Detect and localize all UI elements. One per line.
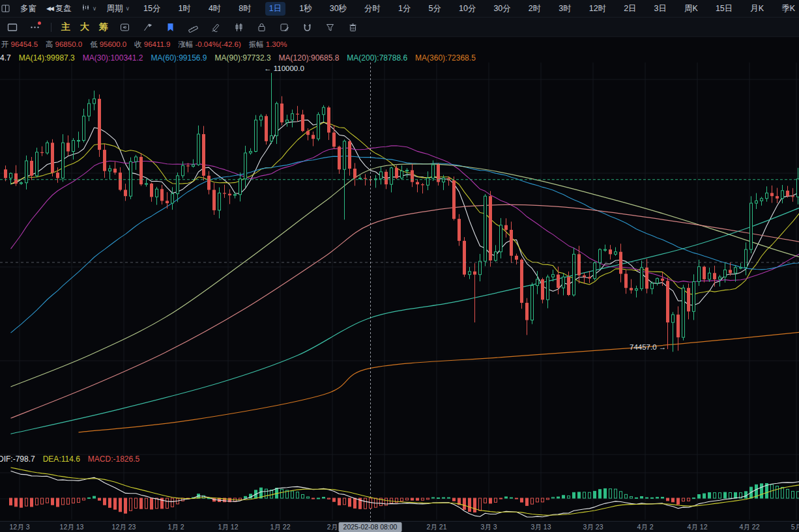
ohlc-item: 振幅1.30% (249, 40, 287, 49)
x-axis-tick: 1月 12 (218, 523, 239, 532)
macd-legend-item: MACD:-1826.5 (88, 455, 139, 464)
ma-legend-item: MA(30):100341.2 (83, 53, 143, 63)
ohlc-item: 低95600.0 (90, 40, 126, 49)
x-axis-tick: 2月 (327, 523, 338, 532)
x-axis-tick: 12月 23 (112, 523, 136, 532)
macd-legend-item: DIF:-798.7 (0, 455, 35, 464)
ma-legend-item: MA(200):78788.6 (347, 53, 407, 63)
x-axis-tick: 1月 2 (167, 523, 184, 532)
ohlc-readout: 开96454.5高96850.0低95600.0收96411.9涨幅-0.04%… (1, 40, 287, 49)
time-axis[interactable]: 2025-02-08 08:00 12月 312月 1312月 231月 21月… (0, 521, 799, 532)
ohlc-label: 振幅 (249, 40, 264, 48)
x-axis-tick: 12月 13 (60, 523, 84, 532)
ma-readout: 4.7MA(14):99987.3MA(30):100341.2MA(60):9… (0, 53, 476, 63)
ohlc-label: 涨幅 (178, 40, 193, 48)
x-axis-tick: 4月 2 (637, 523, 653, 532)
high-price-annotation: ← 110000.0 (264, 64, 304, 72)
macd-legend-item: DEA:114.6 (43, 455, 80, 464)
ma-legend-item: MA(90):97732.3 (215, 53, 271, 63)
ohlc-label: 开 (1, 40, 9, 48)
ma-legend-item: MA(120):90685.8 (279, 53, 340, 63)
x-axis-tick: 5月 (791, 523, 799, 532)
x-axis-tick: 12月 3 (10, 523, 30, 532)
x-axis-tick: 2月 21 (427, 523, 447, 532)
x-axis-tick: 3月 23 (583, 523, 603, 532)
ohlc-label: 收 (134, 40, 142, 48)
x-axis-tick: 3月 13 (531, 523, 551, 532)
x-axis-tick: 1月 22 (270, 523, 291, 532)
trading-app: 多窗◀◀复盘∨周期∨15分1时4时8时1日1秒30秒分时1分5分10分30分2时… (0, 0, 799, 532)
ma-legend-item: MA(360):72368.5 (415, 53, 476, 63)
low-price-annotation: 74457.0 → (630, 343, 666, 351)
ohlc-value: 96411.9 (144, 40, 171, 48)
ohlc-item: 涨幅-0.04%(-42.6) (178, 40, 240, 49)
x-axis-tick: 4月 12 (688, 523, 708, 532)
ma-legend-item: MA(60):99156.9 (151, 53, 207, 63)
ohlc-value: 1.30% (266, 40, 287, 48)
ohlc-value: -0.04%(-42.6) (195, 40, 240, 48)
ohlc-value: 96454.5 (11, 40, 38, 48)
x-axis-tick: 3月 3 (480, 523, 497, 532)
ma-legend-item: 4.7 (0, 53, 11, 63)
ohlc-item: 高96850.0 (46, 40, 82, 49)
ohlc-label: 低 (90, 40, 98, 48)
chart-canvas[interactable] (0, 0, 799, 532)
ohlc-item: 开96454.5 (1, 40, 38, 49)
macd-readout: DIF:-798.7DEA:114.6MACD:-1826.5 (0, 455, 139, 464)
x-axis-tick: 4月 22 (740, 523, 760, 532)
ohlc-item: 收96411.9 (134, 40, 170, 49)
crosshair-date-badge: 2025-02-08 08:00 (339, 522, 402, 532)
ohlc-value: 96850.0 (55, 40, 83, 48)
ohlc-label: 高 (46, 40, 53, 48)
ohlc-value: 95600.0 (100, 40, 127, 48)
ma-legend-item: MA(14):99987.3 (19, 53, 75, 63)
